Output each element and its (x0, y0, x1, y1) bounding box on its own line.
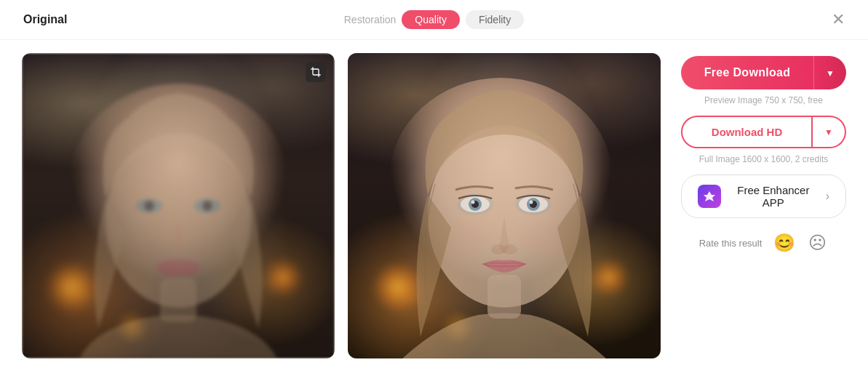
preview-info-text: Preview Image 750 x 750, free (704, 95, 823, 105)
main-content: Free Download ▼ Preview Image 750 x 750,… (0, 40, 868, 372)
svg-point-5 (144, 201, 154, 211)
original-text: Original (23, 13, 67, 25)
thumbs-up-button[interactable]: 😊 (772, 231, 797, 254)
sad-icon: ☹ (808, 233, 827, 252)
download-hd-label: Download HD (712, 126, 783, 138)
enhancer-app-button[interactable]: Free Enhancer APP › (681, 175, 846, 218)
restoration-toggle: Restoration Quality Fidelity (344, 10, 525, 29)
svg-point-21 (530, 201, 533, 204)
download-hd-dropdown[interactable]: ▼ (813, 116, 846, 148)
crop-button[interactable] (306, 62, 326, 82)
svg-point-23 (503, 244, 517, 254)
close-button[interactable]: ✕ (832, 12, 845, 28)
free-download-dropdown[interactable]: ▼ (813, 56, 846, 89)
happy-icon: 😊 (773, 233, 795, 252)
app-icon (698, 185, 721, 208)
enhanced-image (348, 53, 661, 358)
original-image-panel (22, 53, 335, 358)
header: Original Restoration Quality Fidelity ✕ (0, 0, 868, 40)
download-hd-button[interactable]: Download HD (681, 116, 813, 148)
svg-point-7 (156, 259, 200, 276)
fidelity-tab[interactable]: Fidelity (466, 10, 524, 29)
svg-point-20 (471, 201, 475, 204)
preview-info: Preview Image 750 x 750, free (681, 95, 846, 105)
rate-section: Rate this result 😊 ☹ (681, 231, 846, 254)
svg-point-6 (202, 201, 212, 211)
full-image-info-text: Full Image 1600 x 1600, 2 credits (699, 154, 828, 164)
enhancer-app-label: Free Enhancer APP (728, 184, 819, 209)
chevron-right-icon: › (826, 190, 829, 203)
thumbs-down-button[interactable]: ☹ (807, 231, 828, 254)
sidebar: Free Download ▼ Preview Image 750 x 750,… (674, 53, 846, 254)
dropdown-arrow-icon: ▼ (826, 68, 835, 79)
original-label: Original (23, 13, 169, 26)
restoration-label: Restoration (344, 14, 397, 25)
free-download-button[interactable]: Free Download (681, 56, 813, 89)
quality-tab[interactable]: Quality (402, 10, 460, 29)
dropdown-hd-arrow-icon: ▼ (824, 127, 833, 137)
free-download-label: Free Download (704, 66, 791, 79)
free-download-row: Free Download ▼ (681, 56, 846, 89)
original-image (22, 53, 335, 358)
crop-icon (310, 66, 322, 78)
header-right: ✕ (699, 12, 845, 28)
enhanced-image-panel (348, 53, 661, 358)
app-logo-icon (702, 189, 717, 204)
download-hd-row: Download HD ▼ (681, 116, 846, 148)
close-icon: ✕ (832, 10, 845, 28)
full-image-info: Full Image 1600 x 1600, 2 credits (681, 154, 846, 164)
rate-label: Rate this result (699, 238, 763, 249)
